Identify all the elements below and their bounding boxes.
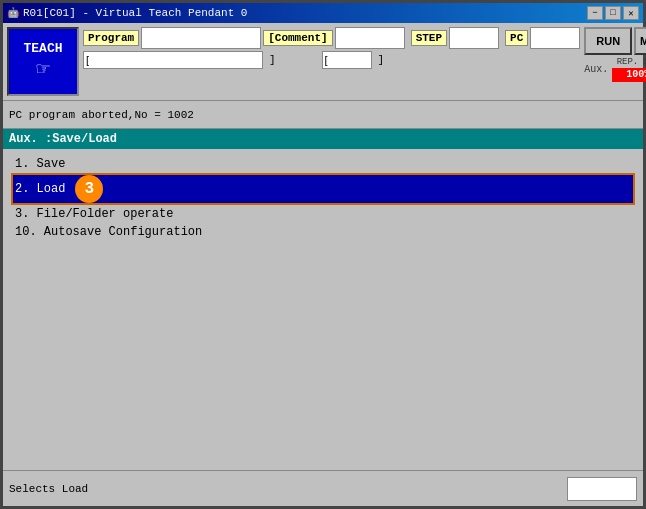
teach-icon: ☞ [36, 56, 49, 83]
menu-item-3[interactable]: 3. File/Folder operate [11, 205, 635, 223]
menu-item-1[interactable]: 1. Save [11, 155, 635, 173]
pc-field[interactable] [530, 27, 580, 49]
title-bar-controls: − □ ✕ [587, 6, 639, 20]
step-bracket: ] [374, 54, 389, 66]
rep-spd-area: REP. SPD 100% [612, 57, 646, 82]
motor-button[interactable]: MOTOR [634, 27, 646, 55]
status-text: PC program aborted,No = 1002 [9, 109, 637, 121]
title-bar-text: R01[C01] - Virtual Teach Pendant 0 [23, 7, 247, 19]
menu-list: 1. Save2. Load33. File/Folder operate10.… [11, 155, 635, 241]
maximize-button[interactable]: □ [605, 6, 621, 20]
step-field[interactable] [449, 27, 499, 49]
bottom-status-text: Selects Load [9, 483, 88, 495]
teach-label: TEACH [23, 41, 62, 56]
menu-item-10[interactable]: 10. Autosave Configuration [11, 223, 635, 241]
menu-item-label: 2. Load [15, 182, 65, 196]
menu-item-label: 3. File/Folder operate [15, 207, 173, 221]
program-label: Program [83, 30, 139, 46]
step-label: STEP [411, 30, 447, 46]
annotation-circle-3: 3 [75, 175, 103, 203]
rep-spd-label: REP. SPD [612, 57, 646, 67]
prog-row1: Program [Comment] STEP PC [83, 27, 580, 49]
toolbar: TEACH ☞ Program [Comment] STEP PC ] ] [3, 23, 643, 101]
menu-item-label: 10. Autosave Configuration [15, 225, 202, 239]
status-bar: PC program aborted,No = 1002 [3, 101, 643, 129]
menu-item-label: 1. Save [15, 157, 65, 171]
program-subfield[interactable] [83, 51, 263, 69]
pc-label: PC [505, 30, 528, 46]
close-button[interactable]: ✕ [623, 6, 639, 20]
comment-label: [Comment] [263, 30, 332, 46]
run-motor-cycle-row: RUN MOTOR CYCLE [584, 27, 646, 55]
right-buttons-area: RUN MOTOR CYCLE Aux. REP. SPD 100% MAN. … [584, 27, 646, 96]
step-subfield[interactable] [322, 51, 372, 69]
comment-field[interactable] [335, 27, 405, 49]
menu-item-2[interactable]: 2. Load3 [11, 173, 635, 205]
prog-bracket: ] [265, 54, 280, 66]
title-bar-icon: 🤖 [7, 7, 19, 19]
program-area: Program [Comment] STEP PC ] ] [83, 27, 580, 96]
aux-row: Aux. REP. SPD 100% MAN. SPEED 2. H [584, 57, 646, 82]
prog-row2: ] ] [83, 51, 580, 69]
program-field[interactable] [141, 27, 261, 49]
bottom-input[interactable] [567, 477, 637, 501]
aux-label: Aux. [584, 64, 608, 75]
section-header: Aux. :Save/Load [3, 129, 643, 149]
run-button[interactable]: RUN [584, 27, 632, 55]
rep-spd-bar: 100% [612, 68, 646, 82]
title-bar: 🤖 R01[C01] - Virtual Teach Pendant 0 − □… [3, 3, 643, 23]
application-window: 🤖 R01[C01] - Virtual Teach Pendant 0 − □… [0, 0, 646, 509]
bottom-bar: Selects Load [3, 470, 643, 506]
main-content: 1. Save2. Load33. File/Folder operate10.… [3, 149, 643, 470]
teach-button[interactable]: TEACH ☞ [7, 27, 79, 96]
minimize-button[interactable]: − [587, 6, 603, 20]
